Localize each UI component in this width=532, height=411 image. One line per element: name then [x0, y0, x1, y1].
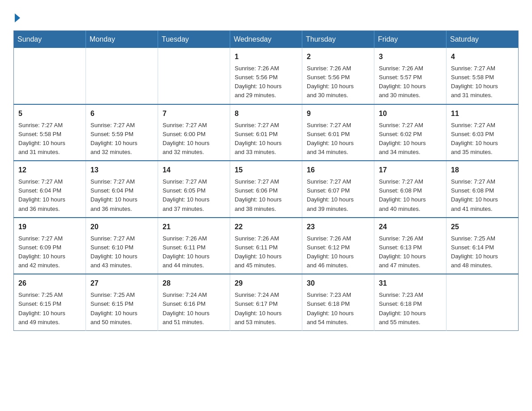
day-info: Sunrise: 7:25 AM Sunset: 6:15 PM Dayligh… — [18, 291, 81, 327]
calendar-day-cell: 22Sunrise: 7:26 AM Sunset: 6:11 PM Dayli… — [230, 218, 302, 274]
calendar-day-cell: 31Sunrise: 7:23 AM Sunset: 6:18 PM Dayli… — [374, 274, 446, 330]
calendar-body: 1Sunrise: 7:26 AM Sunset: 5:56 PM Daylig… — [14, 48, 519, 330]
day-info: Sunrise: 7:27 AM Sunset: 6:01 PM Dayligh… — [307, 121, 369, 157]
day-number: 9 — [307, 108, 369, 119]
day-number: 7 — [163, 108, 225, 119]
day-number: 28 — [163, 278, 225, 289]
calendar-day-cell: 4Sunrise: 7:27 AM Sunset: 5:58 PM Daylig… — [446, 48, 519, 104]
calendar-day-cell: 9Sunrise: 7:27 AM Sunset: 6:01 PM Daylig… — [302, 104, 374, 161]
calendar-week-row: 19Sunrise: 7:27 AM Sunset: 6:09 PM Dayli… — [14, 218, 519, 274]
day-number: 1 — [235, 51, 297, 62]
day-info: Sunrise: 7:27 AM Sunset: 6:06 PM Dayligh… — [235, 177, 297, 214]
calendar-header: SundayMondayTuesdayWednesdayThursdayFrid… — [14, 31, 519, 48]
day-number: 30 — [307, 278, 369, 289]
day-info: Sunrise: 7:26 AM Sunset: 5:57 PM Dayligh… — [379, 64, 442, 100]
calendar-day-cell: 21Sunrise: 7:26 AM Sunset: 6:11 PM Dayli… — [158, 218, 230, 274]
day-number: 18 — [451, 165, 514, 176]
day-info: Sunrise: 7:27 AM Sunset: 6:00 PM Dayligh… — [163, 121, 225, 157]
day-of-week-header: Friday — [374, 31, 446, 48]
day-info: Sunrise: 7:23 AM Sunset: 6:18 PM Dayligh… — [379, 291, 442, 327]
logo — [13, 9, 20, 21]
calendar-day-cell: 15Sunrise: 7:27 AM Sunset: 6:06 PM Dayli… — [230, 161, 302, 218]
calendar-day-cell: 13Sunrise: 7:27 AM Sunset: 6:04 PM Dayli… — [86, 161, 158, 218]
calendar-day-cell: 28Sunrise: 7:24 AM Sunset: 6:16 PM Dayli… — [158, 274, 230, 330]
calendar-day-cell: 3Sunrise: 7:26 AM Sunset: 5:57 PM Daylig… — [374, 48, 446, 104]
day-number: 31 — [379, 278, 442, 289]
day-info: Sunrise: 7:27 AM Sunset: 5:58 PM Dayligh… — [451, 64, 514, 100]
calendar-day-cell: 2Sunrise: 7:26 AM Sunset: 5:56 PM Daylig… — [302, 48, 374, 104]
calendar-day-cell: 1Sunrise: 7:26 AM Sunset: 5:56 PM Daylig… — [230, 48, 302, 104]
day-info: Sunrise: 7:27 AM Sunset: 5:58 PM Dayligh… — [18, 121, 81, 157]
day-info: Sunrise: 7:27 AM Sunset: 6:05 PM Dayligh… — [163, 177, 225, 214]
day-info: Sunrise: 7:27 AM Sunset: 6:02 PM Dayligh… — [379, 121, 442, 157]
day-number: 10 — [379, 108, 442, 119]
day-number: 15 — [235, 165, 297, 176]
day-info: Sunrise: 7:27 AM Sunset: 6:04 PM Dayligh… — [90, 177, 153, 214]
calendar-day-cell: 10Sunrise: 7:27 AM Sunset: 6:02 PM Dayli… — [374, 104, 446, 161]
day-number: 20 — [90, 222, 153, 232]
day-info: Sunrise: 7:24 AM Sunset: 6:17 PM Dayligh… — [235, 291, 297, 327]
calendar-day-cell: 16Sunrise: 7:27 AM Sunset: 6:07 PM Dayli… — [302, 161, 374, 218]
day-of-week-header: Saturday — [446, 31, 519, 48]
day-number: 12 — [18, 165, 81, 176]
day-number: 26 — [18, 278, 81, 289]
day-number: 14 — [163, 165, 225, 176]
calendar-day-cell: 11Sunrise: 7:27 AM Sunset: 6:03 PM Dayli… — [446, 104, 519, 161]
day-number: 27 — [90, 278, 153, 289]
day-number: 6 — [90, 108, 153, 119]
day-of-week-header: Thursday — [302, 31, 374, 48]
calendar-day-cell: 5Sunrise: 7:27 AM Sunset: 5:58 PM Daylig… — [14, 104, 86, 161]
calendar-day-cell — [14, 48, 86, 104]
day-of-week-header: Wednesday — [230, 31, 302, 48]
calendar-day-cell: 8Sunrise: 7:27 AM Sunset: 6:01 PM Daylig… — [230, 104, 302, 161]
day-number: 13 — [90, 165, 153, 176]
day-info: Sunrise: 7:27 AM Sunset: 6:04 PM Dayligh… — [18, 177, 81, 214]
calendar-day-cell: 6Sunrise: 7:27 AM Sunset: 5:59 PM Daylig… — [86, 104, 158, 161]
day-of-week-header: Sunday — [14, 31, 86, 48]
day-info: Sunrise: 7:26 AM Sunset: 5:56 PM Dayligh… — [235, 64, 297, 100]
calendar-day-cell: 24Sunrise: 7:26 AM Sunset: 6:13 PM Dayli… — [374, 218, 446, 274]
page-header — [13, 9, 519, 21]
logo-blue-text — [13, 13, 20, 21]
calendar-day-cell: 18Sunrise: 7:27 AM Sunset: 6:08 PM Dayli… — [446, 161, 519, 218]
day-info: Sunrise: 7:27 AM Sunset: 6:01 PM Dayligh… — [235, 121, 297, 157]
calendar-day-cell — [446, 274, 519, 330]
calendar-day-cell: 17Sunrise: 7:27 AM Sunset: 6:08 PM Dayli… — [374, 161, 446, 218]
calendar-day-cell: 19Sunrise: 7:27 AM Sunset: 6:09 PM Dayli… — [14, 218, 86, 274]
calendar-week-row: 1Sunrise: 7:26 AM Sunset: 5:56 PM Daylig… — [14, 48, 519, 104]
calendar-day-cell: 29Sunrise: 7:24 AM Sunset: 6:17 PM Dayli… — [230, 274, 302, 330]
day-number: 22 — [235, 222, 297, 232]
calendar-week-row: 26Sunrise: 7:25 AM Sunset: 6:15 PM Dayli… — [14, 274, 519, 330]
calendar-week-row: 5Sunrise: 7:27 AM Sunset: 5:58 PM Daylig… — [14, 104, 519, 161]
day-number: 24 — [379, 222, 442, 232]
day-info: Sunrise: 7:27 AM Sunset: 6:08 PM Dayligh… — [451, 177, 514, 214]
calendar-day-cell — [86, 48, 158, 104]
day-number: 23 — [307, 222, 369, 232]
day-info: Sunrise: 7:27 AM Sunset: 6:08 PM Dayligh… — [379, 177, 442, 214]
day-number: 21 — [163, 222, 225, 232]
day-info: Sunrise: 7:26 AM Sunset: 6:13 PM Dayligh… — [379, 234, 442, 270]
day-info: Sunrise: 7:27 AM Sunset: 6:10 PM Dayligh… — [90, 234, 153, 270]
calendar-day-cell: 12Sunrise: 7:27 AM Sunset: 6:04 PM Dayli… — [14, 161, 86, 218]
day-info: Sunrise: 7:25 AM Sunset: 6:15 PM Dayligh… — [90, 291, 153, 327]
day-info: Sunrise: 7:23 AM Sunset: 6:18 PM Dayligh… — [307, 291, 369, 327]
day-number: 29 — [235, 278, 297, 289]
day-info: Sunrise: 7:26 AM Sunset: 6:12 PM Dayligh… — [307, 234, 369, 270]
day-number: 25 — [451, 222, 514, 232]
day-info: Sunrise: 7:27 AM Sunset: 5:59 PM Dayligh… — [90, 121, 153, 157]
day-info: Sunrise: 7:27 AM Sunset: 6:03 PM Dayligh… — [451, 121, 514, 157]
day-of-week-header: Monday — [86, 31, 158, 48]
calendar-day-cell: 23Sunrise: 7:26 AM Sunset: 6:12 PM Dayli… — [302, 218, 374, 274]
calendar-week-row: 12Sunrise: 7:27 AM Sunset: 6:04 PM Dayli… — [14, 161, 519, 218]
day-number: 19 — [18, 222, 81, 232]
calendar-table: SundayMondayTuesdayWednesdayThursdayFrid… — [13, 30, 519, 331]
days-of-week-row: SundayMondayTuesdayWednesdayThursdayFrid… — [14, 31, 519, 48]
calendar-day-cell: 27Sunrise: 7:25 AM Sunset: 6:15 PM Dayli… — [86, 274, 158, 330]
day-info: Sunrise: 7:25 AM Sunset: 6:14 PM Dayligh… — [451, 234, 514, 270]
day-number: 16 — [307, 165, 369, 176]
day-number: 4 — [451, 51, 514, 62]
day-number: 11 — [451, 108, 514, 119]
day-of-week-header: Tuesday — [158, 31, 230, 48]
day-info: Sunrise: 7:26 AM Sunset: 6:11 PM Dayligh… — [163, 234, 225, 270]
calendar-day-cell: 25Sunrise: 7:25 AM Sunset: 6:14 PM Dayli… — [446, 218, 519, 274]
